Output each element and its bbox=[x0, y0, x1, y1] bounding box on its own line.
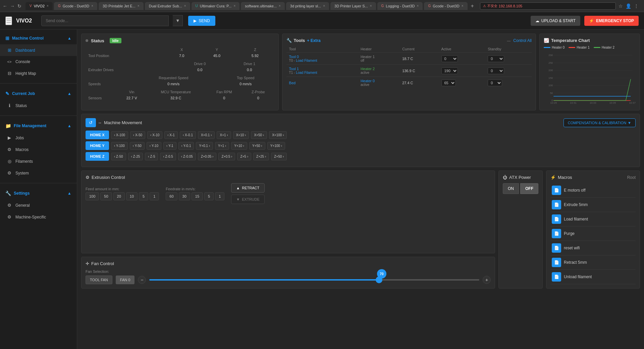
bookmark-btn[interactable]: ☆ bbox=[619, 3, 623, 9]
x-plus100-btn[interactable]: X+100 › bbox=[269, 131, 287, 139]
retract-btn[interactable]: ▲ RETRACT bbox=[231, 183, 264, 193]
rate-5-btn[interactable]: 5 bbox=[204, 192, 214, 200]
z-plus50-btn[interactable]: Z+50 › bbox=[271, 153, 287, 160]
back-btn[interactable]: ← bbox=[3, 3, 7, 9]
feed-100-btn[interactable]: 100 bbox=[86, 192, 99, 200]
tab-gcode1[interactable]: G Gcode - Duet3D × bbox=[54, 2, 97, 10]
refresh-btn[interactable]: ↻ bbox=[17, 3, 21, 9]
feed-20-btn[interactable]: 20 bbox=[113, 192, 125, 200]
sidebar-item-system[interactable]: ⚙ System bbox=[0, 167, 77, 179]
y-plus10-btn[interactable]: Y+10 › bbox=[231, 142, 247, 150]
sidebar-item-dashboard[interactable]: ⊞ Dashboard bbox=[0, 44, 77, 56]
macro-item-loadfilament[interactable]: 📄 Load filament bbox=[550, 212, 636, 227]
x-minus10-btn[interactable]: ‹ X-10 bbox=[147, 131, 162, 139]
power-on-btn[interactable]: ON bbox=[503, 183, 519, 194]
z-minus5-btn[interactable]: ‹ Z-5 bbox=[145, 153, 158, 160]
emergency-stop-btn[interactable]: ⚡ EMERGENCY STOP bbox=[584, 16, 639, 26]
macro-item-resetwifi[interactable]: 📄 reset wifi bbox=[550, 241, 636, 255]
z-plus05-btn[interactable]: Z+0.5 › bbox=[218, 153, 235, 160]
control-all-btn[interactable]: Control All bbox=[513, 38, 532, 43]
macro-item-retract5mm[interactable]: 📄 Retract 5mm bbox=[550, 255, 636, 270]
settings-btn[interactable]: ⋮ bbox=[634, 3, 639, 9]
tab-ultimaker[interactable]: U Ultimaker Cura: P... × bbox=[192, 2, 240, 10]
fan-slider[interactable] bbox=[149, 279, 479, 281]
tool0-load-link[interactable]: Load Filament bbox=[296, 59, 317, 62]
y-minus1-btn[interactable]: ‹ Y-1 bbox=[163, 142, 176, 150]
sidebar-header-machine[interactable]: ⊞ Machine Control ▲ bbox=[0, 32, 77, 44]
z-plus25-btn[interactable]: Z+25 › bbox=[253, 153, 269, 160]
sidebar-item-jobs[interactable]: ▶ Jobs bbox=[0, 132, 77, 144]
z-minus05-btn[interactable]: ‹ Z-0.5 bbox=[160, 153, 176, 160]
sidebar-item-heightmap[interactable]: ⊟ Height Map bbox=[0, 67, 77, 79]
sidebar-header-settings[interactable]: 🔧 Settings ▲ bbox=[0, 187, 77, 199]
tab-3d-jet[interactable]: 3D Printable Jet E... × bbox=[99, 2, 144, 10]
z-minus005-btn[interactable]: ‹ Z-0.05 bbox=[178, 153, 196, 160]
y-minus50-btn[interactable]: ‹ Y-50 bbox=[130, 142, 145, 150]
tool1-standby-select[interactable]: 050100 bbox=[488, 67, 504, 74]
y-minus10-btn[interactable]: ‹ Y-10 bbox=[147, 142, 161, 150]
sidebar-item-filaments[interactable]: ◎ Filaments bbox=[0, 155, 77, 167]
tab-logging[interactable]: G Logging - Duet3D × bbox=[377, 2, 423, 10]
z-minus25-btn[interactable]: ‹ Z-25 bbox=[128, 153, 143, 160]
macro-item-purge[interactable]: 📄 Purge bbox=[550, 227, 636, 241]
z-plus005-btn[interactable]: Z+0.05 › bbox=[198, 153, 217, 160]
feed-5-btn[interactable]: 5 bbox=[139, 192, 148, 200]
macro-item-extrude5mm[interactable]: 📄 Extrude 5mm bbox=[550, 198, 636, 212]
address-bar[interactable]: ⚠ 不安全 192.168.8.105 bbox=[480, 2, 616, 10]
z-plus5-btn[interactable]: Z+5 › bbox=[237, 153, 251, 160]
rate-60-btn[interactable]: 60 bbox=[166, 192, 177, 200]
feed-10-btn[interactable]: 10 bbox=[126, 192, 138, 200]
x-minus01-btn[interactable]: ‹ X-0.1 bbox=[180, 131, 196, 139]
bed-standby-select[interactable]: 050 bbox=[488, 80, 502, 86]
x-minus100-btn[interactable]: ‹ X-100 bbox=[111, 131, 128, 139]
new-tab-btn[interactable]: + bbox=[469, 3, 476, 9]
home-x-btn[interactable]: HOME X bbox=[86, 131, 109, 139]
tab-vivo2[interactable]: V VIVO2 × bbox=[25, 2, 53, 10]
x-plus1-btn[interactable]: X+1 › bbox=[217, 131, 231, 139]
profile-btn[interactable]: 👤 bbox=[626, 3, 631, 9]
upload-start-btn[interactable]: ☁ UPLOAD & START bbox=[531, 16, 580, 26]
y-plus1-btn[interactable]: Y+1 › bbox=[215, 142, 229, 150]
fan-minus-btn[interactable]: − bbox=[138, 276, 146, 284]
y-plus01-btn[interactable]: Y+0.1 › bbox=[196, 142, 213, 150]
bed-active-select[interactable]: 650507080 bbox=[441, 80, 456, 86]
sidebar-item-general[interactable]: ⚙ General bbox=[0, 199, 77, 211]
y-plus50-btn[interactable]: Y+50 › bbox=[249, 142, 265, 150]
tab-software[interactable]: software.ultimake... × bbox=[241, 2, 285, 10]
y-minus01-btn[interactable]: ‹ Y-0.1 bbox=[178, 142, 194, 150]
fan-plus-btn[interactable]: + bbox=[483, 276, 491, 284]
tool0-active-select[interactable]: 050100150190200 bbox=[441, 55, 458, 62]
feed-1-btn[interactable]: 1 bbox=[150, 192, 159, 200]
extrude-btn[interactable]: ▼ EXTRUDE bbox=[231, 195, 264, 204]
sidebar-item-macros[interactable]: ⚙ Macros bbox=[0, 144, 77, 155]
tab-gcode2[interactable]: G Gcode - Duet3D × bbox=[424, 2, 467, 10]
send-btn[interactable]: ▶ SEND bbox=[188, 16, 215, 26]
sidebar-item-machine-specific[interactable]: ⚙ Machine-Specific bbox=[0, 211, 77, 223]
movement-refresh-btn[interactable]: ↺ bbox=[86, 118, 96, 127]
tool-fan-btn[interactable]: TOOL FAN bbox=[86, 276, 112, 284]
rate-30-btn[interactable]: 30 bbox=[179, 192, 190, 200]
home-y-btn[interactable]: HOME Y bbox=[86, 141, 109, 150]
x-minus1-btn[interactable]: ‹ X-1 bbox=[164, 131, 178, 139]
tools-extra-btn[interactable]: + Extra bbox=[307, 38, 320, 43]
macro-item-emotors[interactable]: 📄 E motors off bbox=[550, 183, 636, 198]
tool1-active-select[interactable]: 190050100150200 bbox=[441, 67, 458, 74]
sidebar-item-console[interactable]: <> Console bbox=[0, 56, 77, 67]
tool0-standby-select[interactable]: 050100 bbox=[488, 55, 504, 62]
menu-btn[interactable]: ☰ bbox=[5, 16, 12, 25]
tab-printer-layer[interactable]: 3D Printer Layer S... × bbox=[330, 2, 376, 10]
tool1-load-link[interactable]: Load Filament bbox=[296, 71, 317, 74]
power-off-btn[interactable]: OFF bbox=[520, 183, 538, 194]
tab-dual[interactable]: Dual Extruder Sub... × bbox=[145, 2, 190, 10]
send-code-input[interactable] bbox=[41, 15, 169, 26]
tab-layer[interactable]: 3d priting layer sl... × bbox=[286, 2, 329, 10]
fan0-btn[interactable]: FAN 0 bbox=[116, 276, 135, 284]
y-minus100-btn[interactable]: ‹ Y-100 bbox=[111, 142, 128, 150]
x-minus50-btn[interactable]: ‹ X-50 bbox=[130, 131, 145, 139]
sidebar-header-files[interactable]: 📁 File Management ▲ bbox=[0, 120, 77, 132]
compensation-btn[interactable]: COMPENSATION & CALIBRATION ▼ bbox=[564, 118, 636, 127]
send-dropdown-btn[interactable]: ▼ bbox=[173, 15, 183, 26]
rate-1-btn[interactable]: 1 bbox=[215, 192, 224, 200]
x-plus50-btn[interactable]: X+50 › bbox=[251, 131, 267, 139]
sidebar-item-status[interactable]: ℹ Status bbox=[0, 100, 77, 111]
